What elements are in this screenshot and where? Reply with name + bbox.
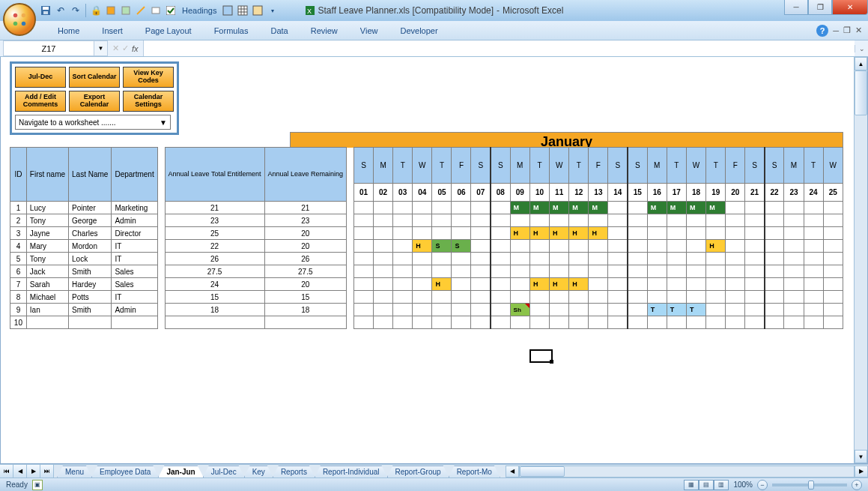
ribbon-tab-page-layout[interactable]: Page Layout (134, 22, 203, 38)
calendar-cell[interactable] (647, 227, 667, 240)
calendar-cell[interactable] (804, 214, 823, 227)
calendar-cell[interactable] (413, 202, 432, 214)
calendar-cell[interactable] (393, 316, 413, 329)
cell-last[interactable]: Pointer (69, 202, 112, 214)
calendar-cell[interactable] (628, 304, 647, 316)
calendar-cell[interactable] (374, 278, 393, 291)
calendar-cell[interactable]: M (529, 202, 549, 214)
calendar-cell[interactable] (569, 253, 589, 265)
cell-entitlement[interactable] (165, 316, 264, 329)
cell-id[interactable]: 5 (10, 253, 27, 265)
calendar-cell[interactable] (452, 304, 471, 316)
calendar-cell[interactable] (804, 265, 823, 278)
calendar-cell[interactable] (529, 304, 549, 316)
calendar-cell[interactable]: H (569, 278, 589, 291)
calendar-cell[interactable]: T (667, 304, 686, 316)
calendar-cell[interactable] (471, 265, 491, 278)
calendar-cell[interactable] (726, 202, 745, 214)
calendar-cell[interactable] (510, 316, 529, 329)
calendar-cell[interactable] (823, 202, 843, 214)
calendar-cell[interactable]: S (452, 240, 471, 253)
name-box-dropdown[interactable]: ▼ (94, 40, 108, 56)
calendar-cell[interactable] (667, 278, 686, 291)
calendar-cell[interactable] (491, 291, 510, 304)
zoom-in-icon[interactable]: + (852, 480, 862, 490)
accept-formula-icon[interactable]: ✓ (122, 43, 129, 53)
cell-dept[interactable]: Admin (112, 304, 157, 316)
cell-last[interactable]: Smith (69, 304, 112, 316)
office-button[interactable] (3, 3, 36, 36)
calendar-cell[interactable] (667, 316, 686, 329)
calendar-cell[interactable] (510, 278, 529, 291)
calendar-cell[interactable] (393, 202, 413, 214)
calendar-cell[interactable] (765, 202, 784, 214)
cell-remaining[interactable]: 27.5 (264, 265, 347, 278)
cell-entitlement[interactable]: 15 (165, 291, 264, 304)
cell-id[interactable]: 10 (10, 316, 27, 329)
calendar-cell[interactable] (667, 227, 686, 240)
cell-first[interactable]: Tony (26, 214, 68, 227)
calendar-cell[interactable] (804, 291, 823, 304)
cell-id[interactable]: 9 (10, 304, 27, 316)
calendar-cell[interactable] (413, 265, 432, 278)
calendar-cell[interactable] (745, 214, 765, 227)
calendar-cell[interactable] (608, 316, 628, 329)
calendar-cell[interactable] (706, 304, 726, 316)
calendar-cell[interactable] (726, 291, 745, 304)
cell-remaining[interactable]: 20 (264, 227, 347, 240)
calendar-cell[interactable] (589, 240, 608, 253)
calendar-cell[interactable] (686, 291, 705, 304)
calendar-cell[interactable] (491, 278, 510, 291)
calendar-cell[interactable] (745, 202, 765, 214)
scroll-down-icon[interactable]: ▼ (855, 450, 867, 463)
calendar-cell[interactable] (608, 304, 628, 316)
cell-id[interactable]: 1 (10, 202, 27, 214)
cell-id[interactable]: 2 (10, 214, 27, 227)
macro-record-icon[interactable]: ▣ (32, 480, 43, 490)
cell-remaining[interactable]: 20 (264, 240, 347, 253)
calendar-cell[interactable] (784, 214, 804, 227)
calendar-cell[interactable] (667, 265, 686, 278)
calendar-cell[interactable] (765, 227, 784, 240)
calendar-cell[interactable] (628, 227, 647, 240)
calendar-cell[interactable] (374, 253, 393, 265)
calendar-cell[interactable]: M (667, 202, 686, 214)
calendar-cell[interactable] (608, 253, 628, 265)
calendar-cell[interactable] (647, 291, 667, 304)
vscroll-thumb[interactable] (855, 70, 867, 115)
cell-id[interactable]: 3 (10, 227, 27, 240)
view-icon-2[interactable] (236, 4, 249, 17)
cell-last[interactable]: George (69, 214, 112, 227)
calendar-cell[interactable] (647, 240, 667, 253)
hscroll-right-icon[interactable]: ▶ (855, 466, 868, 478)
calendar-cell[interactable] (784, 304, 804, 316)
calendar-cell[interactable] (804, 278, 823, 291)
calendar-cell[interactable] (765, 304, 784, 316)
calendar-cell[interactable] (452, 253, 471, 265)
calendar-cell[interactable] (550, 265, 569, 278)
cell-first[interactable]: Jayne (26, 227, 68, 240)
last-sheet-icon[interactable]: ⏭ (40, 465, 54, 478)
cell-dept[interactable]: Sales (112, 265, 157, 278)
calendar-cell[interactable]: H (550, 227, 569, 240)
calendar-cell[interactable] (686, 316, 705, 329)
calendar-cell[interactable] (471, 278, 491, 291)
calendar-cell[interactable] (706, 214, 726, 227)
calendar-cell[interactable] (784, 227, 804, 240)
calendar-cell[interactable] (765, 253, 784, 265)
redo-icon[interactable]: ↷ (69, 4, 82, 17)
calendar-cell[interactable] (745, 265, 765, 278)
calendar-cell[interactable] (569, 214, 589, 227)
calendar-cell[interactable] (569, 265, 589, 278)
first-sheet-icon[interactable]: ⏮ (0, 465, 13, 478)
normal-view-icon[interactable]: ▦ (684, 480, 699, 490)
calendar-cell[interactable] (432, 304, 452, 316)
calendar-cell[interactable] (765, 291, 784, 304)
calendar-cell[interactable] (784, 265, 804, 278)
calendar-cell[interactable] (726, 316, 745, 329)
calendar-cell[interactable]: M (706, 202, 726, 214)
cell-first[interactable]: Michael (26, 291, 68, 304)
zoom-slider[interactable] (772, 484, 847, 487)
calendar-cell[interactable]: H (529, 227, 549, 240)
calendar-cell[interactable] (589, 316, 608, 329)
